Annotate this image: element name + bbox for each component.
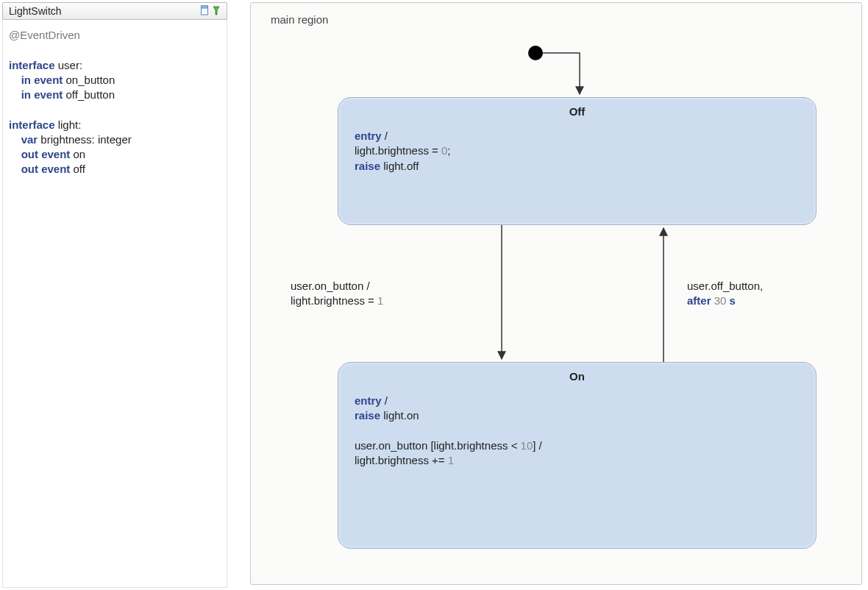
transition-label-off-to-on[interactable]: user.on_button / light.brightness = 1 [291, 279, 383, 308]
definition-text[interactable]: @EventDriven interface user: in event on… [9, 28, 132, 177]
state-off-title: Off [338, 105, 816, 118]
definition-titlebar[interactable]: LightSwitch [2, 2, 227, 20]
state-on-body: entry / raise light.on user.on_button [l… [355, 394, 800, 468]
transition-label-on-to-off[interactable]: user.off_button, after 30 s [687, 279, 763, 308]
state-on-title: On [338, 370, 816, 383]
pin-icon[interactable] [212, 5, 221, 18]
svg-rect-1 [202, 6, 208, 8]
window-icon [200, 5, 209, 18]
definition-title: LightSwitch [9, 5, 62, 17]
region-label: main region [271, 13, 328, 26]
state-off[interactable]: Off entry / light.brightness = 0; raise … [338, 97, 817, 225]
state-on[interactable]: On entry / raise light.on user.on_button… [338, 362, 817, 549]
state-off-body: entry / light.brightness = 0; raise ligh… [355, 129, 800, 174]
